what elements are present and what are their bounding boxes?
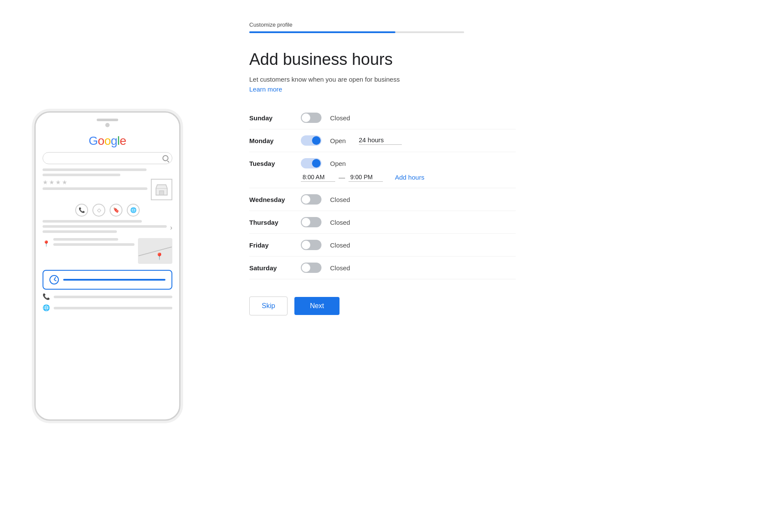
search-bar-mockup — [43, 152, 172, 164]
search-icon — [162, 155, 168, 161]
sunday-toggle-knob — [302, 113, 310, 122]
chevron-right-icon: › — [170, 224, 172, 232]
tuesday-toggle-knob — [312, 159, 321, 168]
progress-label: Customize profile — [249, 21, 743, 28]
progress-section: Customize profile — [249, 21, 743, 33]
wednesday-label: Wednesday — [249, 196, 292, 203]
skip-button[interactable]: Skip — [249, 297, 288, 315]
wednesday-row: Wednesday Closed — [249, 188, 516, 211]
google-logo: Google — [43, 134, 172, 148]
store-icon — [151, 179, 172, 200]
placeholder-line — [53, 238, 118, 241]
tuesday-add-hours-button[interactable]: Add hours — [395, 174, 424, 181]
phone-speaker — [97, 119, 118, 121]
placeholder-line — [54, 296, 172, 298]
saturday-status: Closed — [330, 264, 350, 272]
tuesday-toggle[interactable] — [301, 158, 321, 168]
hours-table: Sunday Closed Monday Open 24 hours — [249, 107, 516, 279]
right-panel: Customize profile Add business hours Let… — [215, 0, 777, 532]
placeholder-line — [43, 230, 117, 233]
thursday-toggle[interactable] — [301, 217, 321, 227]
monday-hours: 24 hours — [359, 136, 402, 145]
tuesday-end-time[interactable] — [349, 173, 383, 182]
map-thumbnail: 📍 — [138, 238, 172, 264]
progress-bar-fill — [249, 31, 395, 33]
sunday-row: Sunday Closed — [249, 107, 516, 129]
wednesday-toggle-knob — [302, 195, 310, 204]
monday-label: Monday — [249, 137, 292, 144]
monday-row: Monday Open 24 hours — [249, 129, 516, 152]
tuesday-row: Tuesday Open — Add hours — [249, 152, 516, 188]
website-icon: 🌐 — [43, 304, 50, 312]
thursday-label: Thursday — [249, 219, 292, 226]
placeholder-line — [43, 220, 142, 223]
wednesday-toggle[interactable] — [301, 194, 321, 205]
friday-label: Friday — [249, 242, 292, 249]
svg-rect-1 — [159, 191, 164, 195]
monday-toggle[interactable] — [301, 135, 321, 146]
tuesday-status: Open — [330, 160, 346, 167]
hours-bar-decoration — [63, 279, 165, 281]
thursday-row: Thursday Closed — [249, 211, 516, 234]
star-rating: ★★★★ — [43, 179, 147, 186]
save-action-icon: 🔖 — [110, 204, 122, 217]
saturday-row: Saturday Closed — [249, 257, 516, 279]
placeholder-line — [53, 243, 135, 246]
sunday-label: Sunday — [249, 114, 292, 122]
action-buttons: Skip Next — [249, 297, 743, 315]
sunday-toggle[interactable] — [301, 113, 321, 123]
tuesday-start-time[interactable] — [301, 173, 335, 182]
monday-toggle-knob — [312, 136, 321, 145]
clock-icon — [49, 275, 59, 284]
placeholder-line — [43, 187, 147, 190]
friday-toggle[interactable] — [301, 240, 321, 250]
wednesday-status: Closed — [330, 196, 350, 203]
placeholder-line — [43, 174, 120, 176]
friday-toggle-knob — [302, 241, 310, 249]
monday-status: Open — [330, 137, 346, 144]
placeholder-line — [54, 307, 172, 309]
clock-hand-minute — [54, 279, 57, 281]
thursday-toggle-knob — [302, 218, 310, 226]
sunday-status: Closed — [330, 114, 350, 122]
friday-row: Friday Closed — [249, 234, 516, 257]
phone-camera — [105, 123, 110, 127]
saturday-toggle[interactable] — [301, 263, 321, 273]
map-pin-icon: 📍 — [155, 252, 164, 260]
learn-more-link[interactable]: Learn more — [249, 86, 743, 93]
placeholder-line — [43, 225, 167, 228]
tuesday-time-dash: — — [339, 174, 345, 181]
friday-status: Closed — [330, 242, 350, 249]
saturday-label: Saturday — [249, 264, 292, 272]
page-title: Add business hours — [249, 50, 743, 69]
thursday-status: Closed — [330, 219, 350, 226]
phone-screen-content: Google ★★★★ — [36, 131, 179, 319]
phone-footer-phone: 📞 — [43, 293, 172, 301]
saturday-toggle-knob — [302, 263, 310, 272]
action-icons-row: 📞 ◇ 🔖 🌐 — [43, 204, 172, 217]
page-subtitle: Let customers know when you are open for… — [249, 76, 743, 83]
map-row: 📍 📍 — [43, 238, 172, 267]
progress-bar — [249, 31, 464, 33]
directions-action-icon: ◇ — [92, 204, 105, 217]
business-preview-row: ★★★★ — [43, 179, 172, 200]
description-row: › — [43, 220, 172, 235]
share-action-icon: 🌐 — [127, 204, 140, 217]
hours-callout-box — [43, 270, 172, 290]
placeholder-line — [43, 168, 147, 171]
phone-mockup: Google ★★★★ — [34, 111, 180, 421]
phone-action-icon: 📞 — [75, 204, 88, 217]
phone-icon: 📞 — [43, 293, 50, 301]
tuesday-label: Tuesday — [249, 160, 292, 167]
location-icon: 📍 — [43, 240, 50, 247]
next-button[interactable]: Next — [294, 297, 340, 315]
phone-mockup-panel: Google ★★★★ — [0, 0, 215, 532]
phone-footer-website: 🌐 — [43, 304, 172, 312]
